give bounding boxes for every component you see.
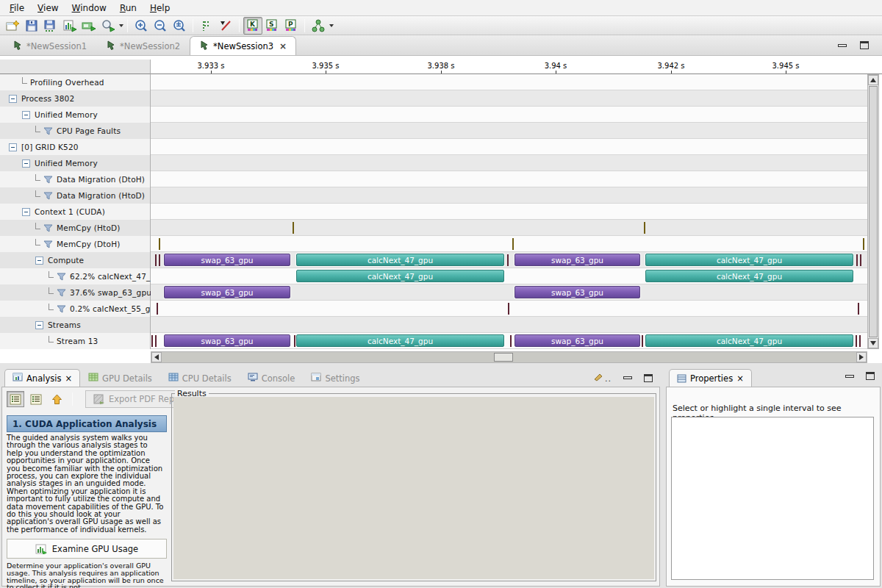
stream-color-button[interactable]: S (262, 17, 282, 35)
scroll-up-button[interactable] (868, 75, 878, 85)
interval-swap_63_gpu[interactable]: swap_63_gpu (164, 334, 290, 347)
interval-swap_63_gpu[interactable]: swap_63_gpu (514, 286, 640, 298)
menu-run[interactable]: Run (113, 1, 143, 15)
interval-swap_63_gpu[interactable]: swap_63_gpu (514, 254, 640, 266)
close-icon[interactable]: × (736, 373, 744, 384)
dependency-analysis-button-dropdown-icon[interactable] (329, 24, 334, 27)
tab-properties[interactable]: Properties × (669, 369, 752, 387)
tree-row-data-migration-dtoh[interactable]: Data Migration (DtoH) (0, 171, 151, 187)
scroll-left-button[interactable] (151, 352, 162, 362)
tree-row-memcpy-dtoh[interactable]: MemCpy (DtoH) (0, 236, 151, 252)
collapse-icon[interactable] (22, 111, 30, 119)
view-menu-icon[interactable]: .. (593, 372, 612, 384)
zoom-out-button[interactable] (151, 17, 170, 35)
horizontal-scrollbar[interactable] (151, 351, 867, 363)
interval-tick[interactable] (159, 238, 160, 250)
interval-tick[interactable] (151, 335, 153, 347)
tree-row-process-3802[interactable]: Process 3802 (0, 90, 151, 107)
interval-tick[interactable] (157, 303, 158, 315)
tree-row-unified-memory[interactable]: Unified Memory (0, 107, 151, 123)
menu-help[interactable]: Help (143, 1, 176, 15)
collapse-icon[interactable] (9, 95, 17, 103)
scroll-right-button[interactable] (856, 352, 867, 362)
tab-analysis[interactable]: Analysis× (4, 369, 80, 387)
save-button[interactable] (22, 17, 41, 35)
tree-row-compute[interactable]: Compute (0, 252, 151, 268)
menu-window[interactable]: Window (65, 1, 113, 15)
interval-tick[interactable] (856, 335, 857, 347)
interval-tick[interactable] (863, 238, 864, 250)
interval-tick[interactable] (294, 335, 295, 347)
maximize-icon[interactable] (860, 41, 869, 49)
tree-row-memcpy-htod[interactable]: MemCpy (HtoD) (0, 220, 151, 236)
minimize-icon[interactable] (623, 376, 632, 379)
horizontal-scroll-thumb[interactable] (494, 353, 513, 362)
collapse-icon[interactable] (9, 143, 17, 151)
flat-profile-button[interactable] (79, 17, 98, 35)
interval-tick[interactable] (155, 254, 157, 266)
analyze-button[interactable] (98, 17, 118, 35)
tree-row-cpu-page-faults[interactable]: CPU Page Faults (0, 123, 151, 139)
tree-row-37-6-swap-63-gpu[interactable]: 37.6% swap_63_gpu (0, 284, 151, 301)
vertical-scrollbar[interactable] (867, 74, 879, 349)
tab-gpu-details[interactable]: GPU Details (80, 369, 160, 387)
collapse-icon[interactable] (35, 257, 43, 265)
interval-tick[interactable] (507, 254, 509, 266)
tab-settings[interactable]: Settings (303, 369, 368, 387)
scroll-down-button[interactable] (868, 338, 878, 348)
kernel-color-button[interactable]: K (243, 17, 262, 35)
tree-row-data-migration-htod[interactable]: Data Migration (HtoD) (0, 187, 151, 204)
interval-tick[interactable] (510, 335, 512, 347)
interval-calcNext_47_gpu[interactable]: calcNext_47_gpu (296, 254, 504, 266)
interval-calcNext_47_gpu[interactable]: calcNext_47_gpu (296, 270, 504, 282)
interval-tick[interactable] (159, 254, 160, 266)
analyze-button-dropdown-icon[interactable] (119, 24, 123, 27)
tree-row-unified-memory[interactable]: Unified Memory (0, 155, 151, 171)
tab-session-1[interactable]: *NewSession1 (3, 36, 96, 55)
tab-session-2[interactable]: *NewSession2 (96, 36, 190, 55)
tab-cpu-details[interactable]: CPU Details (160, 369, 240, 387)
tree-row-context-1-cuda[interactable]: Context 1 (CUDA) (0, 204, 151, 220)
generate-timeline-button[interactable] (60, 17, 79, 35)
interval-calcNext_47_gpu[interactable]: calcNext_47_gpu (645, 270, 853, 282)
interval-tick[interactable] (508, 303, 509, 315)
interval-tick[interactable] (858, 303, 859, 315)
interval-calcNext_47_gpu[interactable]: calcNext_47_gpu (645, 334, 853, 347)
close-icon[interactable]: × (65, 373, 72, 384)
tree-row-profiling-overhead[interactable]: Profiling Overhead (0, 74, 151, 90)
examine-gpu-usage-button[interactable]: Examine GPU Usage (7, 539, 167, 559)
tree-row-streams[interactable]: Streams (0, 317, 151, 333)
tree-row-62-2-calcnext-47[interactable]: 62.2% calcNext_47_... (0, 268, 151, 284)
dependency-analysis-button[interactable] (309, 17, 328, 35)
vertical-scroll-thumb[interactable] (869, 86, 878, 337)
zoom-reset-button[interactable] (170, 17, 189, 35)
interval-tick[interactable] (293, 222, 294, 234)
close-icon[interactable]: × (279, 41, 287, 51)
mark-timeline-button[interactable] (197, 17, 216, 35)
collapse-icon[interactable] (22, 208, 30, 216)
interval-tick[interactable] (642, 335, 643, 347)
maximize-icon[interactable] (866, 372, 875, 380)
tree-row-stream-13[interactable]: Stream 13 (0, 333, 151, 349)
interval-swap_63_gpu[interactable]: swap_63_gpu (164, 286, 290, 298)
interval-tick[interactable] (860, 254, 861, 266)
tab-session-3[interactable]: *NewSession3× (190, 36, 296, 55)
interval-tick[interactable] (512, 238, 514, 250)
collapse-icon[interactable] (35, 321, 43, 329)
tree-row-0-2-calcnext-55-g[interactable]: 0.2% calcNext_55_g... (0, 301, 151, 317)
filter-button[interactable] (216, 17, 235, 35)
minimize-icon[interactable] (845, 375, 854, 378)
minimize-icon[interactable] (838, 44, 847, 47)
interval-tick[interactable] (856, 254, 858, 266)
menu-view[interactable]: View (31, 1, 65, 15)
back-up-button[interactable] (48, 391, 65, 407)
interval-calcNext_47_gpu[interactable]: calcNext_47_gpu (296, 334, 504, 347)
tab-console[interactable]: Console (240, 369, 304, 387)
process-color-button[interactable]: P (282, 17, 301, 35)
menu-file[interactable]: File (3, 1, 31, 15)
interval-tick[interactable] (859, 335, 861, 347)
collapse-icon[interactable] (22, 159, 30, 168)
interval-tick[interactable] (155, 335, 157, 347)
interval-swap_63_gpu[interactable]: swap_63_gpu (514, 334, 640, 347)
unguided-analysis-button[interactable] (27, 391, 45, 407)
